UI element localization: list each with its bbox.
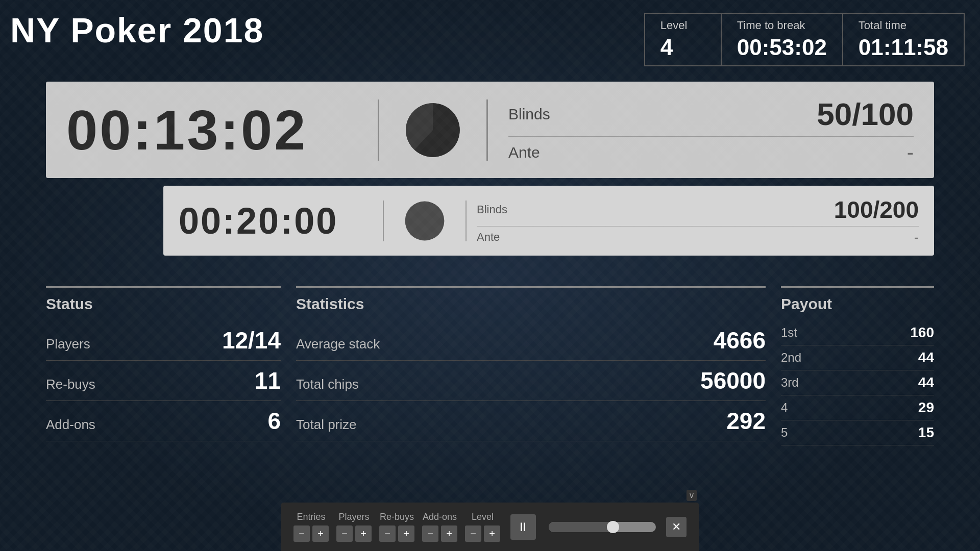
avg-stack-label: Average stack <box>296 336 380 352</box>
avg-stack-row: Average stack 4666 <box>296 320 766 361</box>
players-ctrl-label: Players <box>338 512 369 522</box>
next-ante-label: Ante <box>477 231 500 244</box>
blinds-row: Blinds 50/100 <box>508 92 914 137</box>
entries-plus-button[interactable]: + <box>312 525 329 542</box>
blinds-value: 50/100 <box>817 96 914 132</box>
timer-divider-next <box>383 201 384 241</box>
stats-section: Status Players 12/14 Re-buys 11 Add-ons … <box>0 266 980 456</box>
next-timer: 00:20:00 <box>179 200 373 242</box>
addons-plus-button[interactable]: + <box>441 525 457 542</box>
payout-rows: 1st 160 2nd 44 3rd 44 4 29 5 15 <box>781 320 934 445</box>
blinds-label: Blinds <box>508 106 550 123</box>
avg-stack-value: 4666 <box>714 327 766 354</box>
blinds-section-current: Blinds 50/100 Ante - <box>503 92 914 168</box>
level-minus-button[interactable]: − <box>465 525 481 542</box>
statistics-title: Statistics <box>296 295 766 313</box>
addons-ctrl-label: Add-ons <box>423 512 457 522</box>
rebuys-row: Re-buys 11 <box>46 361 281 401</box>
next-level-panel: 00:20:00 Blinds 100/200 Ante - <box>163 186 934 256</box>
progress-bar[interactable] <box>549 522 656 532</box>
next-blinds-value: 100/200 <box>834 196 919 223</box>
ante-row: Ante - <box>508 137 914 168</box>
payout-amount: 15 <box>918 424 934 441</box>
blinds-section-next: Blinds 100/200 Ante - <box>477 193 919 248</box>
payout-amount: 44 <box>918 349 934 366</box>
ante-value: - <box>907 141 914 164</box>
statistics-column: Statistics Average stack 4666 Total chip… <box>296 286 766 445</box>
players-plus-button[interactable]: + <box>355 525 372 542</box>
time-to-break-box: Time to break 00:53:02 <box>721 13 842 66</box>
total-time-label: Total time <box>859 19 948 32</box>
app-title: NY Poker 2018 <box>10 10 264 50</box>
entries-minus-button[interactable]: − <box>293 525 310 542</box>
timers-section: 00:13:02 Blinds 50/100 Ante - <box>0 82 980 256</box>
progress-thumb[interactable] <box>607 521 619 533</box>
payout-row: 3rd 44 <box>781 370 934 395</box>
rebuys-plus-button[interactable]: + <box>398 525 414 542</box>
timer-divider-next-2 <box>465 201 467 241</box>
payout-row: 4 29 <box>781 395 934 420</box>
level-plus-button[interactable]: + <box>484 525 500 542</box>
timer-divider-1 <box>378 99 379 161</box>
addons-buttons: − + <box>422 525 457 542</box>
header: NY Poker 2018 Level 4 Time to break 00:5… <box>0 0 980 77</box>
addons-minus-button[interactable]: − <box>422 525 438 542</box>
level-label: Level <box>660 19 705 32</box>
total-prize-row: Total prize 292 <box>296 401 766 441</box>
payout-amount: 44 <box>918 374 934 391</box>
payout-row: 5 15 <box>781 420 934 445</box>
payout-row: 1st 160 <box>781 320 934 345</box>
current-timer: 00:13:02 <box>66 97 362 162</box>
pause-button[interactable]: ⏸ <box>510 514 536 540</box>
total-prize-value: 292 <box>726 407 766 435</box>
payout-column: Payout 1st 160 2nd 44 3rd 44 4 29 5 15 <box>781 286 934 445</box>
next-blinds-label: Blinds <box>477 203 507 216</box>
level-ctrl-label: Level <box>472 512 494 522</box>
players-row: Players 12/14 <box>46 320 281 361</box>
rebuys-minus-button[interactable]: − <box>379 525 396 542</box>
total-chips-label: Total chips <box>296 377 359 392</box>
control-bar: v Entries − + Players − + Re-buys − + Ad… <box>281 503 699 551</box>
close-button[interactable]: ✕ <box>666 517 687 537</box>
payout-place: 5 <box>781 425 788 440</box>
next-ante-value: - <box>914 229 919 245</box>
payout-place: 2nd <box>781 350 801 365</box>
time-to-break-value: 00:53:02 <box>737 35 827 60</box>
level-buttons: − + <box>465 525 500 542</box>
ante-label: Ante <box>508 144 540 161</box>
v-label: v <box>687 490 697 501</box>
addons-label: Add-ons <box>46 417 95 433</box>
level-value: 4 <box>660 35 705 60</box>
rebuys-control: Re-buys − + <box>379 512 414 542</box>
payout-place: 1st <box>781 325 797 340</box>
rebuys-ctrl-label: Re-buys <box>380 512 414 522</box>
rebuys-label: Re-buys <box>46 377 95 392</box>
payout-title: Payout <box>781 295 934 313</box>
level-box: Level 4 <box>644 13 721 66</box>
entries-control: Entries − + <box>293 512 329 542</box>
payout-amount: 160 <box>910 324 934 341</box>
rebuys-buttons: − + <box>379 525 414 542</box>
level-control: Level − + <box>465 512 500 542</box>
rebuys-value: 11 <box>255 367 281 394</box>
entries-label: Entries <box>297 512 325 522</box>
time-to-break-label: Time to break <box>737 19 827 32</box>
entries-buttons: − + <box>293 525 329 542</box>
addons-row: Add-ons 6 <box>46 401 281 441</box>
players-minus-button[interactable]: − <box>336 525 353 542</box>
current-level-panel: 00:13:02 Blinds 50/100 Ante - <box>46 82 934 178</box>
pie-chart-current <box>405 102 461 158</box>
total-time-value: 01:11:58 <box>859 35 948 60</box>
players-label: Players <box>46 336 90 352</box>
pie-chart-next <box>404 201 445 241</box>
total-prize-label: Total prize <box>296 417 357 433</box>
next-ante-row: Ante - <box>477 227 919 248</box>
status-title: Status <box>46 295 281 313</box>
header-stats: Level 4 Time to break 00:53:02 Total tim… <box>644 13 965 66</box>
status-column: Status Players 12/14 Re-buys 11 Add-ons … <box>46 286 281 445</box>
total-time-box: Total time 01:11:58 <box>842 13 965 66</box>
addons-control: Add-ons − + <box>422 512 457 542</box>
payout-place: 3rd <box>781 375 799 390</box>
players-control: Players − + <box>336 512 372 542</box>
payout-place: 4 <box>781 400 788 415</box>
